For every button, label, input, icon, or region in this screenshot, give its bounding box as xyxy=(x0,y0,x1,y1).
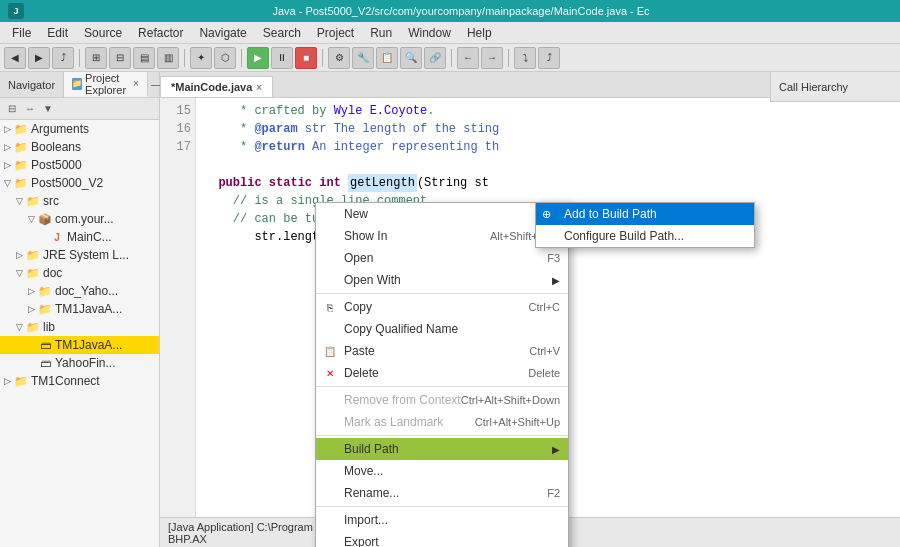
toolbar: ◀ ▶ ⤴ ⊞ ⊟ ▤ ▥ ✦ ⬡ ▶ ⏸ ■ ⚙ 🔧 📋 🔍 🔗 ← → ⤵ … xyxy=(0,44,900,72)
toolbar-btn-11[interactable]: ⚙ xyxy=(328,47,350,69)
code-line-17: * @return An integer representing th xyxy=(204,138,892,156)
toolbar-sep-4 xyxy=(322,49,323,67)
toolbar-stop-btn[interactable]: ■ xyxy=(295,47,317,69)
ctx-sep-2 xyxy=(316,386,568,387)
toolbar-btn-14[interactable]: 🔍 xyxy=(400,47,422,69)
menu-project[interactable]: Project xyxy=(309,24,362,42)
ctx-copy[interactable]: ⎘ Copy Ctrl+C xyxy=(316,296,568,318)
toolbar-btn-9[interactable]: ⬡ xyxy=(214,47,236,69)
link-with-editor-btn[interactable]: ↔ xyxy=(22,101,38,117)
toolbar-btn-5[interactable]: ⊟ xyxy=(109,47,131,69)
ctx-export[interactable]: Export xyxy=(316,531,568,547)
tree-item-icon: 📁 xyxy=(14,176,28,190)
call-hierarchy-panel[interactable]: Call Hierarchy xyxy=(770,72,900,102)
ctx-import[interactable]: Import... xyxy=(316,509,568,531)
tree-item-label: Post5000 xyxy=(31,158,82,172)
tree-item[interactable]: 🗃TM1JavaA... xyxy=(0,336,159,354)
toolbar-btn-18[interactable]: ⤵ xyxy=(514,47,536,69)
ctx-show-in[interactable]: Show In Alt+Shift+W▶ xyxy=(316,225,568,247)
panel-toolbar: ⊟ ↔ ▼ xyxy=(0,98,159,120)
menu-help[interactable]: Help xyxy=(459,24,500,42)
toolbar-btn-7[interactable]: ▥ xyxy=(157,47,179,69)
editor-tab-maincode[interactable]: *MainCode.java × xyxy=(160,76,273,97)
navigator-tab[interactable]: Navigator xyxy=(0,72,64,97)
tree-item-label: src xyxy=(43,194,59,208)
navigator-tab-label: Navigator xyxy=(8,79,55,91)
menu-run[interactable]: Run xyxy=(362,24,400,42)
tree-item-icon: 📁 xyxy=(14,374,28,388)
toolbar-run-btn[interactable]: ▶ xyxy=(247,47,269,69)
editor-tab-close[interactable]: × xyxy=(256,82,262,93)
tree-item[interactable]: JMainC... xyxy=(0,228,159,246)
toolbar-btn-6[interactable]: ▤ xyxy=(133,47,155,69)
toolbar-btn-2[interactable]: ▶ xyxy=(28,47,50,69)
menu-refactor[interactable]: Refactor xyxy=(130,24,191,42)
ctx-paste[interactable]: 📋 Paste Ctrl+V xyxy=(316,340,568,362)
tree-item[interactable]: ▽📁src xyxy=(0,192,159,210)
ctx-remove-context: Remove from Context Ctrl+Alt+Shift+Down xyxy=(316,389,568,411)
ctx-copy-qualified[interactable]: Copy Qualified Name xyxy=(316,318,568,340)
ctx-new[interactable]: New ▶ xyxy=(316,203,568,225)
tree-item[interactable]: ▽📦com.your... xyxy=(0,210,159,228)
menu-navigate[interactable]: Navigate xyxy=(191,24,254,42)
code-line-16: * @param str The length of the sting xyxy=(204,120,892,138)
tree-item[interactable]: ▷📁TM1Connect xyxy=(0,372,159,390)
menu-bar: File Edit Source Refactor Navigate Searc… xyxy=(0,22,900,44)
tree-item[interactable]: ▷📁Arguments xyxy=(0,120,159,138)
project-explorer-close[interactable]: × xyxy=(133,78,139,89)
editor-tab-label: *MainCode.java xyxy=(171,81,252,93)
ctx-build-path[interactable]: Build Path ▶ xyxy=(316,438,568,460)
menu-search[interactable]: Search xyxy=(255,24,309,42)
toolbar-btn-8[interactable]: ✦ xyxy=(190,47,212,69)
copy-icon: ⎘ xyxy=(322,299,338,315)
tree-item-icon: 📁 xyxy=(26,248,40,262)
submenu-add-build-path[interactable]: ⊕ Add to Build Path xyxy=(536,203,754,225)
ctx-open[interactable]: Open F3 xyxy=(316,247,568,269)
ctx-move[interactable]: Move... xyxy=(316,460,568,482)
tree-arrow: ▽ xyxy=(28,214,38,224)
tree-item[interactable]: ▷📁doc_Yaho... xyxy=(0,282,159,300)
toolbar-btn-17[interactable]: → xyxy=(481,47,503,69)
tree-item-icon: 🗃 xyxy=(38,356,52,370)
tree-item[interactable]: ▷📁Booleans xyxy=(0,138,159,156)
menu-source[interactable]: Source xyxy=(76,24,130,42)
tree-item[interactable]: ▽📁Post5000_V2 xyxy=(0,174,159,192)
toolbar-btn-15[interactable]: 🔗 xyxy=(424,47,446,69)
tree-item[interactable]: ▽📁doc xyxy=(0,264,159,282)
ctx-rename[interactable]: Rename... F2 xyxy=(316,482,568,504)
submenu-configure-build-path[interactable]: Configure Build Path... xyxy=(536,225,754,247)
tree-arrow: ▷ xyxy=(28,286,38,296)
tree-arrow: ▷ xyxy=(4,160,14,170)
ctx-delete[interactable]: ✕ Delete Delete xyxy=(316,362,568,384)
toolbar-btn-19[interactable]: ⤴ xyxy=(538,47,560,69)
ctx-open-with[interactable]: Open With ▶ xyxy=(316,269,568,291)
tree-item[interactable]: ▷📁TM1JavaA... xyxy=(0,300,159,318)
menu-file[interactable]: File xyxy=(4,24,39,42)
toolbar-sep-3 xyxy=(241,49,242,67)
tree-item-icon: J xyxy=(50,230,64,244)
project-explorer-tab[interactable]: 📁 Project Explorer × xyxy=(64,72,148,97)
tree-arrow: ▷ xyxy=(28,304,38,314)
project-tree: ▷📁Arguments▷📁Booleans▷📁Post5000▽📁Post500… xyxy=(0,120,159,547)
tree-item-icon: 📁 xyxy=(38,302,52,316)
tree-arrow: ▷ xyxy=(4,142,14,152)
tree-item[interactable]: ▷📁JRE System L... xyxy=(0,246,159,264)
toolbar-btn-13[interactable]: 📋 xyxy=(376,47,398,69)
toolbar-btn-12[interactable]: 🔧 xyxy=(352,47,374,69)
toolbar-btn-10[interactable]: ⏸ xyxy=(271,47,293,69)
toolbar-btn-1[interactable]: ◀ xyxy=(4,47,26,69)
tree-item-label: MainC... xyxy=(67,230,112,244)
toolbar-btn-16[interactable]: ← xyxy=(457,47,479,69)
menu-edit[interactable]: Edit xyxy=(39,24,76,42)
menu-window[interactable]: Window xyxy=(400,24,459,42)
tree-item-label: lib xyxy=(43,320,55,334)
tree-item[interactable]: ▽📁lib xyxy=(0,318,159,336)
toolbar-btn-4[interactable]: ⊞ xyxy=(85,47,107,69)
delete-icon: ✕ xyxy=(322,365,338,381)
toolbar-btn-3[interactable]: ⤴ xyxy=(52,47,74,69)
tree-item[interactable]: ▷📁Post5000 xyxy=(0,156,159,174)
view-menu-btn[interactable]: ▼ xyxy=(40,101,56,117)
collapse-all-btn[interactable]: ⊟ xyxy=(4,101,20,117)
tree-item-label: JRE System L... xyxy=(43,248,129,262)
tree-item[interactable]: 🗃YahooFin... xyxy=(0,354,159,372)
